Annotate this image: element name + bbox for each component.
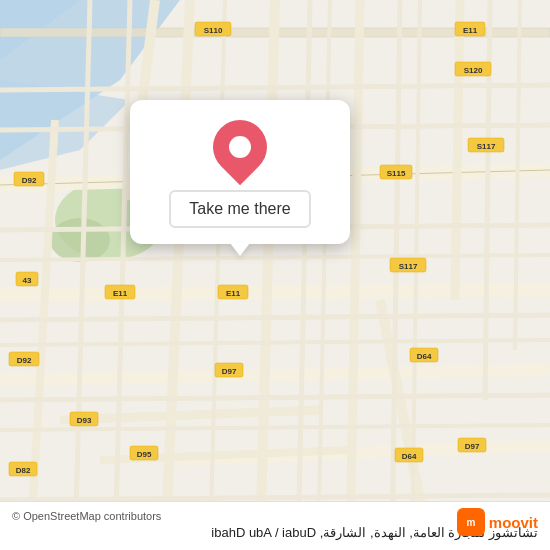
svg-text:E11: E11 xyxy=(463,26,478,35)
svg-line-19 xyxy=(60,410,320,420)
moovit-text: moovit xyxy=(489,514,538,531)
map-pin-icon xyxy=(202,109,278,185)
svg-point-4 xyxy=(50,218,110,262)
svg-line-38 xyxy=(515,0,520,350)
svg-text:S117: S117 xyxy=(399,262,418,271)
svg-text:D97: D97 xyxy=(222,367,237,376)
location-popup: Take me there xyxy=(130,100,350,244)
moovit-icon: m xyxy=(457,508,485,536)
svg-text:m: m xyxy=(466,517,475,528)
svg-text:S117: S117 xyxy=(477,142,496,151)
svg-text:D92: D92 xyxy=(17,356,32,365)
svg-line-31 xyxy=(115,0,130,550)
svg-line-14 xyxy=(165,0,190,550)
pin-inner-circle xyxy=(229,136,251,158)
svg-line-32 xyxy=(210,0,225,550)
svg-line-10 xyxy=(0,370,550,380)
svg-text:D64: D64 xyxy=(402,452,417,461)
svg-line-27 xyxy=(0,395,550,400)
svg-text:D64: D64 xyxy=(417,352,432,361)
svg-text:S110: S110 xyxy=(204,26,223,35)
svg-text:S120: S120 xyxy=(464,66,483,75)
svg-text:D95: D95 xyxy=(137,450,152,459)
svg-text:D97: D97 xyxy=(465,442,480,451)
svg-line-35 xyxy=(392,0,400,550)
svg-line-33 xyxy=(298,0,310,550)
map-container: S110 E11 S120 S117 S115 D92 43 E11 S117 … xyxy=(0,0,550,550)
svg-text:E11: E11 xyxy=(113,289,128,298)
svg-line-15 xyxy=(260,0,275,550)
svg-line-34 xyxy=(318,0,330,550)
take-me-there-button[interactable]: Take me there xyxy=(169,190,310,228)
svg-text:E11: E11 xyxy=(226,289,241,298)
svg-marker-2 xyxy=(0,80,130,170)
moovit-logo: m moovit xyxy=(457,508,538,536)
svg-text:43: 43 xyxy=(23,276,32,285)
svg-text:S115: S115 xyxy=(387,169,406,178)
svg-text:D92: D92 xyxy=(22,176,37,185)
svg-text:D82: D82 xyxy=(16,466,31,475)
map-svg: S110 E11 S120 S117 S115 D92 43 E11 S117 … xyxy=(0,0,550,550)
svg-line-29 xyxy=(0,495,550,500)
svg-line-16 xyxy=(350,0,360,550)
svg-text:D93: D93 xyxy=(77,416,92,425)
